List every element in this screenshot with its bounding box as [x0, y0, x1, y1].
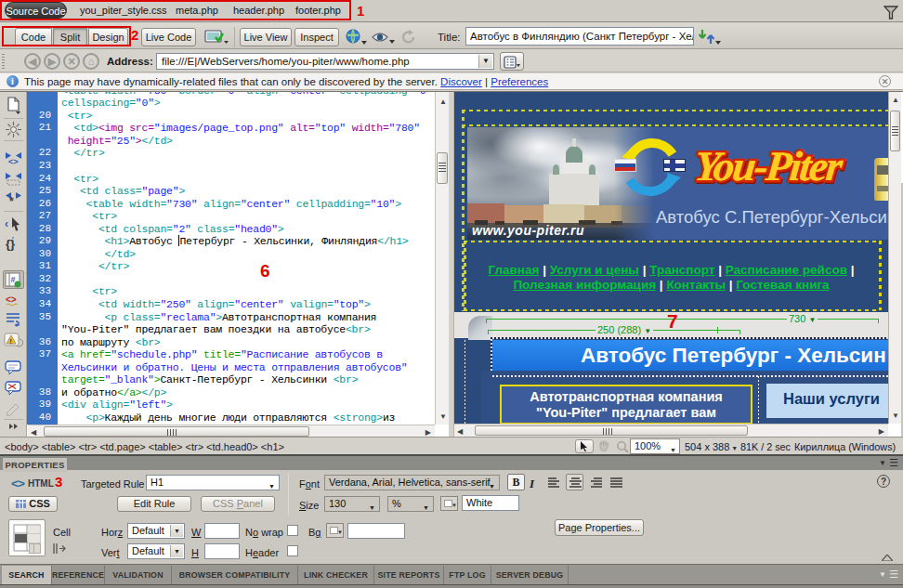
svg-text:‹: ‹	[5, 217, 8, 230]
svg-text:<>: <>	[8, 157, 19, 165]
svg-text:<>: <>	[6, 294, 17, 305]
svg-text:#: #	[11, 275, 16, 284]
svg-text:!: !	[9, 337, 12, 346]
svg-text:{}: {}	[6, 237, 15, 251]
svg-text:You-Piter: You-Piter	[692, 143, 845, 189]
svg-text:*: *	[9, 195, 14, 205]
